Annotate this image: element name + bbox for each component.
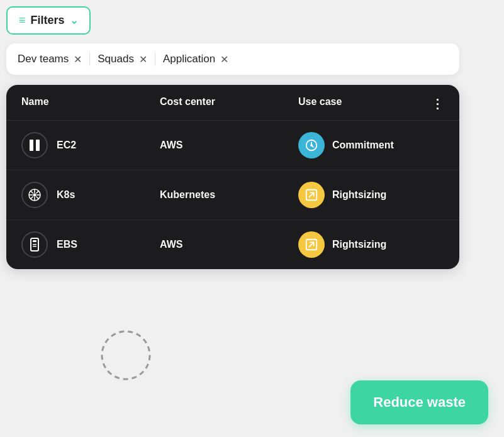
cell-cost-ebs: AWS — [160, 239, 298, 250]
remove-dev-teams-icon[interactable]: ✕ — [74, 53, 82, 65]
filter-tags-bar: Dev teams ✕ Squads ✕ Application ✕ — [6, 43, 459, 75]
filters-button[interactable]: ≡ Filters ⌄ — [6, 6, 91, 35]
commitment-label: Commitment — [332, 140, 394, 151]
filter-tag-dev-teams: Dev teams ✕ — [18, 53, 82, 65]
filters-label: Filters — [31, 14, 65, 27]
remove-squads-icon[interactable]: ✕ — [139, 53, 147, 65]
filter-icon: ≡ — [19, 14, 26, 27]
dashed-circle-decoration — [98, 327, 154, 384]
col-header-name: Name — [21, 96, 160, 111]
rightsizing-icon-2 — [298, 231, 325, 258]
commitment-icon — [298, 132, 325, 158]
filter-tag-squads: Squads ✕ — [98, 53, 147, 65]
reduce-waste-button[interactable]: Reduce waste — [350, 380, 488, 424]
filter-tag-application-label: Application — [163, 53, 215, 65]
cell-cost-ec2: AWS — [160, 140, 298, 151]
svg-point-3 — [310, 144, 313, 147]
svg-rect-18 — [33, 246, 36, 247]
ebs-label: EBS — [57, 239, 77, 250]
col-header-cost-center: Cost center — [160, 96, 298, 111]
col-header-use-case: Use case — [298, 96, 419, 111]
chevron-down-icon: ⌄ — [70, 14, 78, 26]
ec2-icon — [21, 132, 48, 158]
rightsizing-label-1: Rightsizing — [332, 189, 386, 201]
cell-cost-k8s: Kubernetes — [160, 189, 298, 201]
cell-usecase-k8s: Rightsizing — [298, 182, 444, 208]
cell-name-k8s: K8s — [21, 182, 160, 208]
svg-rect-17 — [33, 244, 36, 245]
ec2-label: EC2 — [57, 140, 76, 151]
tag-divider-1 — [89, 52, 90, 66]
cell-usecase-ebs: Rightsizing — [298, 231, 444, 258]
svg-line-13 — [31, 197, 33, 199]
table-header: Name Cost center Use case ⋮ — [6, 85, 459, 121]
cell-name-ebs: EBS — [21, 231, 160, 258]
remove-application-icon[interactable]: ✕ — [220, 53, 228, 65]
reduce-waste-label: Reduce waste — [373, 394, 466, 410]
k8s-icon — [21, 182, 48, 208]
filter-tag-application: Application ✕ — [163, 53, 228, 65]
more-options-icon[interactable]: ⋮ — [431, 96, 444, 111]
table-row: EBS AWS Rightsizing — [6, 220, 459, 269]
tag-divider-2 — [155, 52, 155, 66]
svg-line-11 — [36, 197, 39, 199]
svg-rect-1 — [36, 140, 40, 151]
svg-rect-0 — [30, 140, 33, 151]
svg-rect-16 — [33, 240, 36, 242]
cell-name-ec2: EC2 — [21, 132, 160, 158]
k8s-label: K8s — [57, 189, 75, 201]
table-actions-menu[interactable]: ⋮ — [419, 96, 444, 111]
table-card: Name Cost center Use case ⋮ EC2 AWS — [6, 85, 459, 269]
cell-usecase-ec2: Commitment — [298, 132, 444, 158]
table-row: K8s Kubernetes Rightsizing — [6, 170, 459, 220]
svg-point-20 — [102, 331, 150, 379]
table-row: EC2 AWS Commitment — [6, 121, 459, 170]
rightsizing-label-2: Rightsizing — [332, 239, 386, 250]
filter-tag-dev-teams-label: Dev teams — [18, 53, 69, 65]
rightsizing-icon-1 — [298, 182, 325, 208]
svg-point-5 — [33, 194, 36, 197]
main-container: ≡ Filters ⌄ Dev teams ✕ Squads ✕ Applica… — [6, 6, 459, 269]
filter-tag-squads-label: Squads — [98, 53, 134, 65]
ebs-icon — [21, 231, 48, 258]
svg-line-10 — [31, 191, 33, 194]
svg-line-12 — [36, 191, 39, 194]
